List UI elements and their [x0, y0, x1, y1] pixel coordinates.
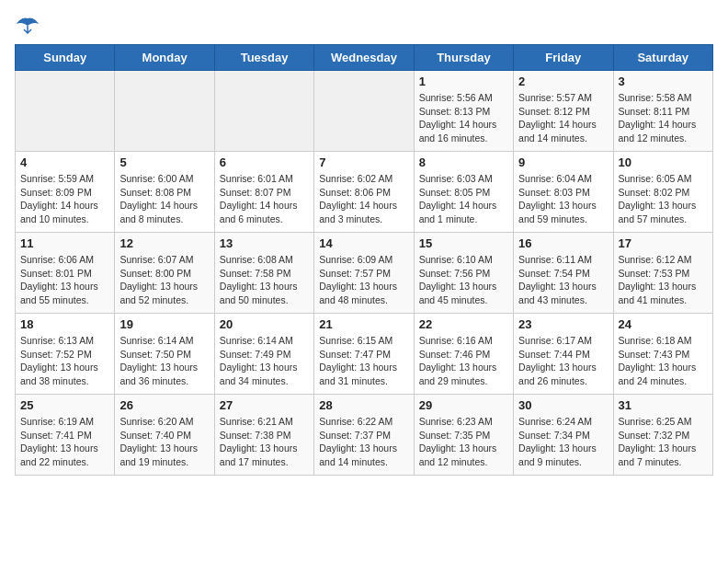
- logo-icon: [15, 15, 40, 35]
- day-info: Sunrise: 6:08 AM Sunset: 7:58 PM Dayligh…: [220, 253, 309, 307]
- weekday-wednesday: Wednesday: [314, 45, 414, 71]
- day-info: Sunrise: 6:14 AM Sunset: 7:49 PM Dayligh…: [220, 334, 309, 388]
- day-number: 17: [619, 236, 708, 250]
- calendar-cell: 30Sunrise: 6:24 AM Sunset: 7:34 PM Dayli…: [514, 395, 613, 476]
- day-number: 15: [419, 236, 508, 250]
- day-number: 11: [20, 236, 109, 250]
- calendar-cell: [314, 71, 414, 152]
- day-info: Sunrise: 5:58 AM Sunset: 8:11 PM Dayligh…: [619, 91, 708, 145]
- weekday-thursday: Thursday: [414, 45, 513, 71]
- page-header: [15, 15, 713, 35]
- calendar-cell: [115, 71, 214, 152]
- day-number: 6: [220, 155, 309, 169]
- day-info: Sunrise: 6:13 AM Sunset: 7:52 PM Dayligh…: [20, 334, 109, 388]
- calendar-cell: 13Sunrise: 6:08 AM Sunset: 7:58 PM Dayli…: [214, 233, 313, 314]
- calendar-cell: 27Sunrise: 6:21 AM Sunset: 7:38 PM Dayli…: [214, 395, 313, 476]
- weekday-monday: Monday: [115, 45, 214, 71]
- calendar-cell: 25Sunrise: 6:19 AM Sunset: 7:41 PM Dayli…: [16, 395, 115, 476]
- day-info: Sunrise: 6:14 AM Sunset: 7:50 PM Dayligh…: [119, 334, 209, 388]
- weekday-saturday: Saturday: [613, 45, 712, 71]
- day-number: 30: [518, 398, 608, 412]
- day-number: 23: [518, 317, 608, 331]
- day-info: Sunrise: 6:24 AM Sunset: 7:34 PM Dayligh…: [518, 415, 608, 469]
- calendar-cell: 18Sunrise: 6:13 AM Sunset: 7:52 PM Dayli…: [16, 314, 115, 395]
- calendar-cell: 29Sunrise: 6:23 AM Sunset: 7:35 PM Dayli…: [414, 395, 513, 476]
- calendar-week-5: 25Sunrise: 6:19 AM Sunset: 7:41 PM Dayli…: [16, 395, 713, 476]
- calendar-cell: 11Sunrise: 6:06 AM Sunset: 8:01 PM Dayli…: [16, 233, 115, 314]
- day-number: 4: [20, 155, 109, 169]
- day-number: 8: [419, 155, 508, 169]
- day-number: 1: [419, 75, 508, 88]
- day-info: Sunrise: 5:57 AM Sunset: 8:12 PM Dayligh…: [518, 91, 608, 145]
- day-number: 21: [319, 317, 408, 331]
- calendar-cell: 26Sunrise: 6:20 AM Sunset: 7:40 PM Dayli…: [115, 395, 214, 476]
- calendar-cell: 9Sunrise: 6:04 AM Sunset: 8:03 PM Daylig…: [514, 152, 613, 233]
- weekday-header-row: SundayMondayTuesdayWednesdayThursdayFrid…: [16, 45, 713, 71]
- day-number: 27: [220, 398, 309, 412]
- day-info: Sunrise: 6:09 AM Sunset: 7:57 PM Dayligh…: [319, 253, 408, 307]
- calendar-cell: 15Sunrise: 6:10 AM Sunset: 7:56 PM Dayli…: [414, 233, 513, 314]
- calendar-header: SundayMondayTuesdayWednesdayThursdayFrid…: [16, 45, 713, 71]
- day-number: 5: [119, 155, 209, 169]
- calendar-cell: 16Sunrise: 6:11 AM Sunset: 7:54 PM Dayli…: [514, 233, 613, 314]
- calendar-cell: 1Sunrise: 5:56 AM Sunset: 8:13 PM Daylig…: [414, 71, 513, 152]
- calendar-cell: 2Sunrise: 5:57 AM Sunset: 8:12 PM Daylig…: [514, 71, 613, 152]
- day-number: 20: [220, 317, 309, 331]
- logo: [15, 15, 44, 35]
- day-number: 19: [119, 317, 209, 331]
- day-info: Sunrise: 6:05 AM Sunset: 8:02 PM Dayligh…: [619, 172, 708, 226]
- day-number: 25: [20, 398, 109, 412]
- calendar-cell: [214, 71, 313, 152]
- day-number: 10: [619, 155, 708, 169]
- calendar-cell: 4Sunrise: 5:59 AM Sunset: 8:09 PM Daylig…: [16, 152, 115, 233]
- day-info: Sunrise: 6:11 AM Sunset: 7:54 PM Dayligh…: [518, 253, 608, 307]
- day-info: Sunrise: 6:06 AM Sunset: 8:01 PM Dayligh…: [20, 253, 109, 307]
- day-info: Sunrise: 6:01 AM Sunset: 8:07 PM Dayligh…: [220, 172, 309, 226]
- day-info: Sunrise: 6:03 AM Sunset: 8:05 PM Dayligh…: [419, 172, 508, 226]
- day-info: Sunrise: 6:16 AM Sunset: 7:46 PM Dayligh…: [419, 334, 508, 388]
- day-info: Sunrise: 6:23 AM Sunset: 7:35 PM Dayligh…: [419, 415, 508, 469]
- day-info: Sunrise: 6:22 AM Sunset: 7:37 PM Dayligh…: [319, 415, 408, 469]
- calendar-cell: 21Sunrise: 6:15 AM Sunset: 7:47 PM Dayli…: [314, 314, 414, 395]
- calendar-cell: 17Sunrise: 6:12 AM Sunset: 7:53 PM Dayli…: [613, 233, 712, 314]
- calendar-week-3: 11Sunrise: 6:06 AM Sunset: 8:01 PM Dayli…: [16, 233, 713, 314]
- weekday-sunday: Sunday: [16, 45, 115, 71]
- day-number: 31: [619, 398, 708, 412]
- calendar-cell: 24Sunrise: 6:18 AM Sunset: 7:43 PM Dayli…: [613, 314, 712, 395]
- day-number: 24: [619, 317, 708, 331]
- day-info: Sunrise: 5:56 AM Sunset: 8:13 PM Dayligh…: [419, 91, 508, 145]
- day-info: Sunrise: 6:19 AM Sunset: 7:41 PM Dayligh…: [20, 415, 109, 469]
- calendar-body: 1Sunrise: 5:56 AM Sunset: 8:13 PM Daylig…: [16, 71, 713, 476]
- day-number: 22: [419, 317, 508, 331]
- day-info: Sunrise: 6:00 AM Sunset: 8:08 PM Dayligh…: [119, 172, 209, 226]
- day-number: 9: [518, 155, 608, 169]
- calendar-cell: 22Sunrise: 6:16 AM Sunset: 7:46 PM Dayli…: [414, 314, 513, 395]
- weekday-friday: Friday: [514, 45, 613, 71]
- calendar-cell: 31Sunrise: 6:25 AM Sunset: 7:32 PM Dayli…: [613, 395, 712, 476]
- calendar-cell: 14Sunrise: 6:09 AM Sunset: 7:57 PM Dayli…: [314, 233, 414, 314]
- day-number: 7: [319, 155, 408, 169]
- day-number: 12: [119, 236, 209, 250]
- day-info: Sunrise: 6:15 AM Sunset: 7:47 PM Dayligh…: [319, 334, 408, 388]
- day-info: Sunrise: 6:07 AM Sunset: 8:00 PM Dayligh…: [119, 253, 209, 307]
- day-info: Sunrise: 6:25 AM Sunset: 7:32 PM Dayligh…: [619, 415, 708, 469]
- day-number: 3: [619, 75, 708, 88]
- calendar-cell: 6Sunrise: 6:01 AM Sunset: 8:07 PM Daylig…: [214, 152, 313, 233]
- day-info: Sunrise: 6:20 AM Sunset: 7:40 PM Dayligh…: [119, 415, 209, 469]
- day-number: 16: [518, 236, 608, 250]
- calendar-cell: [16, 71, 115, 152]
- day-number: 14: [319, 236, 408, 250]
- day-info: Sunrise: 6:04 AM Sunset: 8:03 PM Dayligh…: [518, 172, 608, 226]
- day-info: Sunrise: 6:02 AM Sunset: 8:06 PM Dayligh…: [319, 172, 408, 226]
- calendar-cell: 5Sunrise: 6:00 AM Sunset: 8:08 PM Daylig…: [115, 152, 214, 233]
- calendar-cell: 20Sunrise: 6:14 AM Sunset: 7:49 PM Dayli…: [214, 314, 313, 395]
- calendar-cell: 12Sunrise: 6:07 AM Sunset: 8:00 PM Dayli…: [115, 233, 214, 314]
- day-info: Sunrise: 6:21 AM Sunset: 7:38 PM Dayligh…: [220, 415, 309, 469]
- calendar-table: SundayMondayTuesdayWednesdayThursdayFrid…: [15, 44, 713, 476]
- day-number: 18: [20, 317, 109, 331]
- day-info: Sunrise: 6:10 AM Sunset: 7:56 PM Dayligh…: [419, 253, 508, 307]
- weekday-tuesday: Tuesday: [214, 45, 313, 71]
- day-number: 2: [518, 75, 608, 88]
- calendar-week-2: 4Sunrise: 5:59 AM Sunset: 8:09 PM Daylig…: [16, 152, 713, 233]
- day-number: 28: [319, 398, 408, 412]
